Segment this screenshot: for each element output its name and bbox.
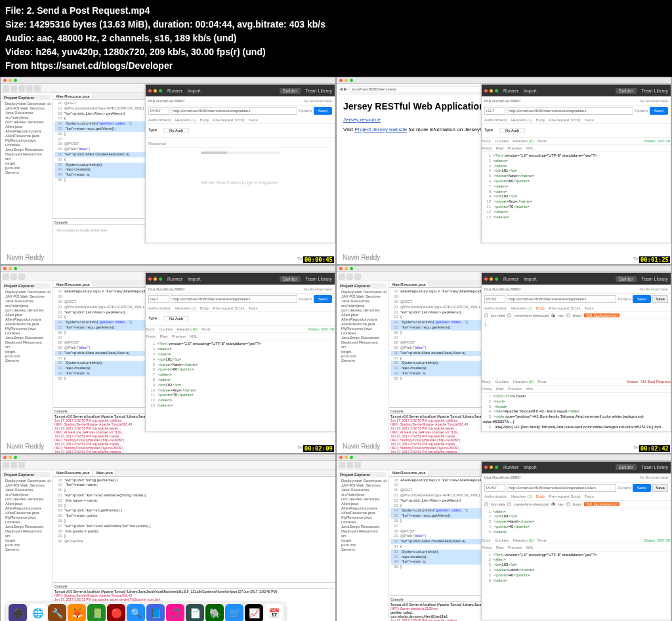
jersey-resource-link[interactable]: Jersey resource (343, 117, 381, 123)
author-watermark: Navin Reddy (5, 253, 46, 262)
editor-tab[interactable]: AlienResource.java (53, 93, 93, 99)
dock-icon[interactable]: 📅 (264, 604, 283, 621)
send-button[interactable]: Send (314, 107, 332, 115)
dock-icon[interactable]: 📗 (87, 604, 106, 621)
thumbnail-1: Project Explorer Deployment Descriptor: … (0, 77, 336, 265)
dock-icon[interactable]: ⚫ (9, 604, 27, 621)
thumbnail-6: Project Explorer Deployment Descriptor: … (336, 454, 672, 621)
thumbnail-grid: Project Explorer Deployment Descriptor: … (0, 77, 672, 621)
thumbnail-5: Project Explorer Deployment Descriptor: … (0, 454, 336, 621)
dock-icon[interactable]: 🔧 (48, 604, 66, 621)
dock-icon[interactable]: 🔍 (127, 604, 145, 621)
project-explorer[interactable]: Project Explorer Deployment Descriptor: … (1, 93, 53, 264)
dock-icon[interactable]: 🌐 (28, 604, 47, 621)
file-info-header: File: 2. Send a Post Request.mp4 Size: 1… (0, 0, 672, 77)
thumbnail-3: Project Explorer Deployment Descriptor: … (0, 265, 336, 453)
postman-window: RunnerImportBuilderTeam Library http://l… (145, 84, 335, 243)
dock-icon[interactable]: 🔴 (107, 604, 125, 621)
thumbnail-4: Project Explorer Deployment Descriptor: … (336, 265, 672, 453)
dock-icon[interactable]: 📈 (245, 604, 263, 621)
macos-dock[interactable]: ⚫🌐🔧🦊📗🔴🔍📘🎵📄🐘🛒📈📅 (6, 602, 285, 621)
dock-icon[interactable]: 📄 (186, 604, 204, 621)
url-input[interactable]: http://localhost:8080/demorest/webapi/al… (171, 107, 297, 115)
dock-icon[interactable]: 🐘 (205, 604, 224, 621)
project-jersey-link[interactable]: Project Jersey website (354, 127, 407, 132)
dock-icon[interactable]: 🎵 (166, 604, 184, 621)
dock-icon[interactable]: 📘 (146, 604, 165, 621)
timestamp: 00:00:45 (303, 256, 334, 263)
postman-window: RunnerImportBuilderTeam Library http://l… (481, 84, 671, 243)
method-select[interactable]: POST (148, 107, 169, 115)
thumbnail-2: ◀ ▶localhost:8080/demorest/ Jersey RESTf… (336, 77, 672, 265)
dock-icon[interactable]: 🛒 (225, 604, 243, 621)
dock-icon[interactable]: 🦊 (68, 604, 86, 621)
